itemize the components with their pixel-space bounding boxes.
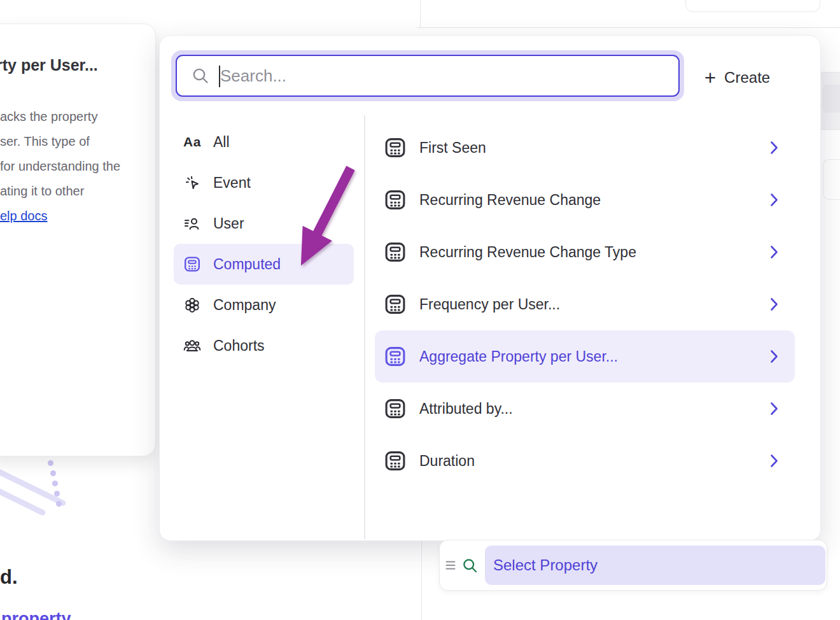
breakdown-row: Select Property xyxy=(439,540,827,591)
panel-divider xyxy=(364,115,365,539)
property-tooltip-card xyxy=(0,24,156,456)
property-list: First Seen Recurring Revenue Change Recu… xyxy=(375,122,795,487)
background-divider xyxy=(421,540,422,620)
calculator-icon xyxy=(183,255,202,273)
search-icon xyxy=(191,66,210,85)
calculator-icon xyxy=(384,188,407,211)
background-divider xyxy=(417,27,840,28)
chevron-right-icon xyxy=(770,454,778,468)
cursor-click-icon xyxy=(183,174,202,192)
create-button[interactable]: + Create xyxy=(704,64,770,91)
category-item-company[interactable]: Company xyxy=(174,285,354,325)
property-item-recurring-revenue-change-type[interactable]: Recurring Revenue Change Type xyxy=(375,226,795,278)
decorative-dot xyxy=(52,481,58,486)
background-panel-fragment xyxy=(822,85,840,113)
category-list: Aa All Event User Computed Company Cohor… xyxy=(174,122,354,366)
category-item-all[interactable]: Aa All xyxy=(174,122,354,162)
property-item-attributed-by[interactable]: Attributed by... xyxy=(375,383,795,435)
calculator-icon xyxy=(384,293,407,316)
search-input[interactable] xyxy=(219,66,678,87)
decorative-dot xyxy=(48,460,53,466)
property-search-icon xyxy=(461,557,479,574)
category-item-cohorts[interactable]: Cohorts xyxy=(174,325,354,366)
property-item-aggregate-property-per-user[interactable]: Aggregate Property per User... xyxy=(375,330,795,383)
text-cursor xyxy=(219,66,220,87)
category-item-event[interactable]: Event xyxy=(174,162,354,203)
tooltip-text-line: ating it to other xyxy=(0,184,84,199)
background-panel-fragment xyxy=(823,159,840,200)
cohorts-icon xyxy=(183,337,202,354)
chevron-right-icon xyxy=(770,245,778,259)
partial-link-text[interactable]: property xyxy=(1,609,71,620)
tooltip-title: rty per User... xyxy=(0,56,98,74)
property-item-duration[interactable]: Duration xyxy=(375,435,795,487)
tooltip-text-line: ser. This type of xyxy=(0,134,90,149)
background-divider xyxy=(420,0,421,27)
search-focus-ring xyxy=(171,50,684,101)
calculator-icon xyxy=(384,449,407,472)
calculator-icon xyxy=(384,345,407,368)
tooltip-text-line: acks the property xyxy=(0,109,97,124)
calculator-icon xyxy=(384,241,407,264)
calculator-icon xyxy=(384,136,407,159)
background-panel-fragment xyxy=(685,0,820,12)
chevron-right-icon xyxy=(770,297,778,311)
chevron-right-icon xyxy=(770,402,778,416)
search-field[interactable] xyxy=(176,55,680,97)
category-item-computed[interactable]: Computed xyxy=(174,244,354,285)
property-item-recurring-revenue-change[interactable]: Recurring Revenue Change xyxy=(375,174,795,226)
drag-handle-icon[interactable] xyxy=(445,560,456,570)
tooltip-text-line: for understanding the xyxy=(0,159,120,174)
chevron-right-icon xyxy=(770,141,778,155)
plus-icon: + xyxy=(704,68,716,88)
screen: d. property rty per User... acks the pro… xyxy=(0,0,840,620)
company-icon xyxy=(183,297,202,314)
help-docs-link[interactable]: elp docs xyxy=(0,209,48,223)
user-list-icon xyxy=(183,215,202,232)
chevron-right-icon xyxy=(770,349,778,363)
text-format-icon: Aa xyxy=(183,134,202,150)
calculator-icon xyxy=(384,397,407,420)
decorative-dot xyxy=(50,470,56,476)
chevron-right-icon xyxy=(770,193,778,207)
property-picker-modal: + Create Aa All Event User Computed Comp… xyxy=(159,35,821,541)
decorative-dot xyxy=(54,491,60,497)
partial-heading: d. xyxy=(0,566,18,589)
property-item-first-seen[interactable]: First Seen xyxy=(375,122,795,174)
property-item-frequency-per-user[interactable]: Frequency per User... xyxy=(375,278,795,330)
category-item-user[interactable]: User xyxy=(174,203,354,244)
select-property-button[interactable]: Select Property xyxy=(485,546,825,585)
decorative-dot xyxy=(56,501,62,507)
